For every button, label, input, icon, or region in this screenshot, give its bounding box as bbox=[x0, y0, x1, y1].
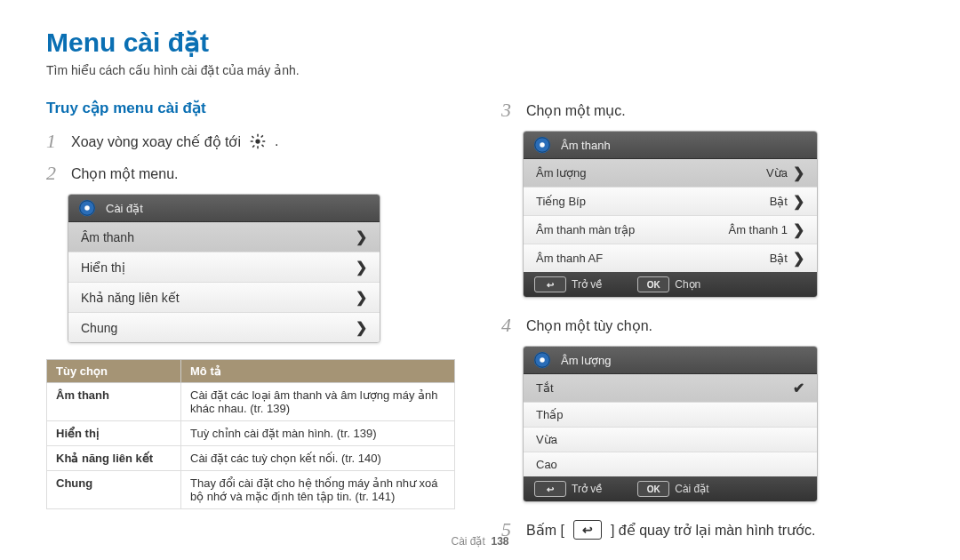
table-cell-option: Khả năng liên kết bbox=[47, 446, 181, 471]
step-text: Chọn một tùy chọn. bbox=[526, 317, 652, 334]
table-cell-desc: Cài đặt các tuỳ chọn kết nối. (tr. 140) bbox=[181, 446, 455, 471]
options-table: Tùy chọn Mô tả Âm thanhCài đặt các loại … bbox=[46, 359, 455, 509]
chevron-right-icon: ❯ bbox=[793, 164, 804, 181]
footer-section: Cài đặt bbox=[451, 535, 484, 548]
step-text: Chọn một mục. bbox=[526, 102, 626, 119]
menu-panel-settings: Cài đặt Âm thanh❯Hiển thị❯Khả năng liên … bbox=[68, 194, 380, 343]
panel-footer-back: Trở về bbox=[572, 278, 602, 291]
panel-footer-ok: Chọn bbox=[675, 278, 700, 291]
chevron-right-icon: ❯ bbox=[356, 289, 367, 306]
menu-item-label: Âm thanh AF bbox=[536, 252, 603, 265]
mode-dial-icon bbox=[532, 350, 552, 370]
svg-rect-5 bbox=[252, 136, 254, 139]
menu-item-label: Tắt bbox=[536, 381, 554, 395]
step-2: 2 Chọn một menu. bbox=[46, 162, 459, 185]
ok-key-icon: OK bbox=[637, 481, 669, 497]
table-cell-option: Chung bbox=[47, 471, 181, 509]
step-1: 1 Xoay vòng xoay chế độ tới . bbox=[46, 130, 459, 153]
svg-rect-4 bbox=[262, 140, 265, 142]
table-cell-desc: Thay đổi cài đặt cho hệ thống máy ảnh nh… bbox=[181, 471, 455, 509]
menu-item[interactable]: Vừa bbox=[524, 428, 817, 452]
menu-item-value: Bật bbox=[770, 195, 788, 208]
menu-item-value-wrap: Bật❯ bbox=[770, 193, 804, 210]
panel-header: Âm thanh bbox=[524, 132, 817, 159]
page-footer: Cài đặt 138 bbox=[0, 535, 960, 548]
svg-rect-2 bbox=[257, 146, 259, 148]
menu-item[interactable]: Cao bbox=[524, 452, 817, 476]
panel-footer-ok: Cài đặt bbox=[675, 483, 708, 495]
panel-header: Âm lượng bbox=[524, 347, 817, 374]
table-row: Khả năng liên kếtCài đặt các tuỳ chọn kế… bbox=[47, 446, 455, 471]
menu-item-label: Thấp bbox=[536, 408, 563, 421]
svg-rect-3 bbox=[251, 140, 253, 142]
menu-item-value-wrap: Âm thanh 1❯ bbox=[729, 221, 805, 238]
step-number: 3 bbox=[501, 99, 517, 122]
menu-item[interactable]: Âm thanh❯ bbox=[68, 222, 380, 252]
table-row: ChungThay đổi cài đặt cho hệ thống máy ả… bbox=[47, 471, 455, 509]
step-text: Xoay vòng xoay chế độ tới bbox=[71, 133, 241, 150]
svg-point-17 bbox=[540, 357, 545, 363]
menu-item-value: Bật bbox=[770, 252, 788, 265]
menu-item[interactable]: Tắt✔ bbox=[524, 374, 817, 403]
menu-item-value-wrap: Vừa❯ bbox=[766, 164, 804, 181]
step-number: 4 bbox=[501, 314, 517, 337]
menu-item-value-wrap: Bật❯ bbox=[770, 250, 804, 267]
menu-item[interactable]: Âm thanh AFBật❯ bbox=[524, 244, 817, 272]
table-header-option: Tùy chọn bbox=[47, 360, 181, 383]
menu-item[interactable]: Tiếng BípBật❯ bbox=[524, 188, 817, 216]
chevron-right-icon: ❯ bbox=[793, 250, 804, 267]
chevron-right-icon: ❯ bbox=[793, 221, 804, 238]
check-icon: ✔ bbox=[793, 380, 804, 396]
menu-item[interactable]: Khả năng liên kết❯ bbox=[68, 283, 380, 313]
mode-dial-icon bbox=[532, 135, 552, 155]
menu-item-label: Hiển thị bbox=[81, 260, 125, 275]
chevron-right-icon: ❯ bbox=[793, 193, 804, 210]
step-3: 3 Chọn một mục. bbox=[501, 99, 914, 122]
step-number: 2 bbox=[46, 162, 62, 185]
table-cell-option: Âm thanh bbox=[47, 383, 181, 421]
menu-item-label: Âm thanh màn trập bbox=[536, 223, 635, 236]
svg-rect-7 bbox=[260, 135, 263, 138]
menu-item[interactable]: Chung❯ bbox=[68, 313, 380, 342]
panel-header-title: Âm thanh bbox=[561, 139, 611, 152]
step-text-suffix: . bbox=[275, 133, 278, 149]
menu-item-label: Chung bbox=[81, 321, 117, 335]
table-header-desc: Mô tả bbox=[181, 360, 455, 383]
menu-item-value: Vừa bbox=[766, 166, 788, 180]
svg-rect-6 bbox=[261, 144, 264, 147]
menu-item[interactable]: Hiển thị❯ bbox=[68, 252, 380, 283]
svg-rect-1 bbox=[257, 134, 259, 137]
menu-item-label: Tiếng Bíp bbox=[536, 195, 586, 208]
menu-panel-sound: Âm thanh Âm lượngVừa❯Tiếng BípBật❯Âm tha… bbox=[523, 131, 818, 298]
menu-item-label: Khả năng liên kết bbox=[81, 291, 180, 305]
svg-rect-8 bbox=[252, 145, 255, 148]
step-number: 1 bbox=[46, 130, 62, 153]
menu-item[interactable]: Âm lượngVừa❯ bbox=[524, 159, 817, 188]
section-heading: Truy cập menu cài đặt bbox=[46, 99, 459, 117]
ok-key-icon: OK bbox=[637, 276, 669, 292]
panel-header: Cài đặt bbox=[68, 195, 380, 222]
menu-panel-volume: Âm lượng Tắt✔ThấpVừaCao ↩ Trở về OK Cài … bbox=[523, 346, 818, 502]
back-key-icon: ↩ bbox=[534, 481, 566, 497]
menu-item[interactable]: Âm thanh màn trậpÂm thanh 1❯ bbox=[524, 216, 817, 244]
menu-item-value: Âm thanh 1 bbox=[729, 223, 788, 236]
chevron-right-icon: ❯ bbox=[356, 228, 367, 245]
back-key-icon: ↩ bbox=[534, 276, 566, 292]
menu-item-label: Cao bbox=[536, 458, 557, 471]
gear-icon bbox=[250, 133, 266, 149]
table-cell-option: Hiển thị bbox=[47, 421, 181, 446]
table-cell-desc: Cài đặt các loại âm thanh và âm lượng má… bbox=[181, 383, 455, 421]
footer-page-number: 138 bbox=[492, 535, 509, 548]
menu-item-label: Âm lượng bbox=[536, 166, 586, 180]
svg-point-11 bbox=[84, 205, 90, 211]
step-4: 4 Chọn một tùy chọn. bbox=[501, 314, 914, 337]
table-row: Âm thanhCài đặt các loại âm thanh và âm … bbox=[47, 383, 455, 421]
chevron-right-icon: ❯ bbox=[356, 259, 367, 276]
menu-item-label: Vừa bbox=[536, 433, 557, 446]
svg-point-14 bbox=[540, 142, 545, 148]
mode-dial-icon bbox=[77, 198, 97, 218]
menu-item[interactable]: Thấp bbox=[524, 403, 817, 428]
page-title: Menu cài đặt bbox=[46, 27, 914, 58]
chevron-right-icon: ❯ bbox=[356, 319, 367, 336]
panel-footer: ↩ Trở về OK Chọn bbox=[524, 272, 817, 297]
